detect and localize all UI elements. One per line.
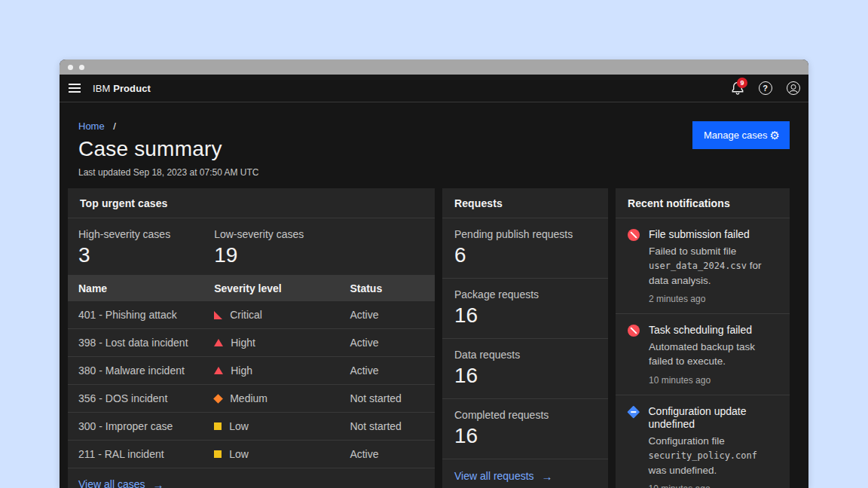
card-title-top-urgent-cases: Top urgent cases: [68, 188, 435, 218]
body-code: user_data_2024.csv: [649, 261, 747, 271]
case-status: Active: [339, 301, 435, 329]
notifications-button[interactable]: 9: [723, 75, 751, 102]
severity-label: Medium: [230, 392, 267, 404]
body-text: was undefined.: [649, 465, 717, 476]
stat-label: Pending publish requests: [454, 227, 596, 241]
case-status: Active: [339, 357, 435, 385]
notification-body: Automated backup task failed to execute.: [649, 340, 778, 369]
severity-label: Hight: [231, 337, 255, 349]
severity-label: Low: [229, 420, 249, 432]
stat-completed-requests: Completed requests 16: [442, 399, 608, 459]
stat-label: Data requests: [454, 348, 596, 361]
page-header: Home / Case summary Last updated Sep 18,…: [60, 102, 808, 188]
card-title-recent-notifications: Recent notifications: [616, 188, 790, 218]
notification-item: Configuration update undefined Configura…: [616, 395, 790, 488]
notification-badge: 9: [737, 78, 747, 88]
notification-time: 10 minutes ago: [649, 483, 778, 488]
col-header-name: Name: [68, 275, 203, 301]
table-row: 398 - Lost data incident Hight Active: [68, 329, 435, 357]
browser-window: IBM Product 9 ? Home / Case summary: [60, 59, 808, 488]
stat-value: 3: [78, 242, 193, 268]
misuse-icon: [628, 229, 640, 241]
body-text: Configuration file: [649, 435, 725, 447]
case-status: Not started: [339, 385, 435, 413]
card-title-requests: Requests: [442, 188, 608, 218]
link-label: View all cases: [78, 478, 145, 488]
stat-value: 16: [454, 423, 596, 449]
window-control-dot: [68, 65, 73, 70]
manage-cases-label: Manage cases: [704, 130, 768, 141]
stat-package-requests: Package requests 16: [442, 279, 608, 339]
col-header-status: Status: [339, 275, 435, 301]
stat-value: 16: [454, 303, 596, 328]
misuse-icon: [628, 325, 640, 337]
notification-body: Failed to submit file user_data_2024.csv…: [649, 244, 778, 288]
gear-icon: ⚙: [770, 130, 780, 141]
body-text: Automated backup task failed to execute.: [649, 341, 755, 367]
urgent-cases-stats: High-severity cases 3 Low-severity cases…: [68, 218, 435, 275]
table-row: 380 - Malware incident High Active: [68, 357, 435, 385]
table-row: 356 - DOS incident Medium Not started: [68, 385, 435, 413]
requests-footer: View all requests →: [442, 459, 608, 488]
window-control-dot: [79, 65, 84, 70]
stat-label: Completed requests: [454, 408, 596, 422]
top-urgent-cases-card: Top urgent cases High-severity cases 3 L…: [68, 188, 435, 488]
window-titlebar: [60, 59, 808, 75]
urgent-cases-table: Name Severity level Status 401 - Phishin…: [68, 275, 435, 468]
dashboard-grid: Top urgent cases High-severity cases 3 L…: [68, 188, 790, 488]
notification-content: Task scheduling failed Automated backup …: [649, 324, 778, 386]
body-text: Failed to submit file: [649, 246, 736, 257]
stat-data-requests: Data requests 16: [442, 339, 608, 399]
case-name: 401 - Phishing attack: [68, 301, 203, 329]
case-name: 398 - Lost data incident: [68, 329, 203, 357]
breadcrumb-separator: /: [113, 120, 116, 132]
severity-medium-icon: [213, 394, 223, 404]
link-label: View all requests: [454, 470, 534, 482]
notification-title: File submission failed: [649, 228, 778, 241]
severity-high-icon: [214, 339, 223, 346]
view-all-requests-link[interactable]: View all requests →: [454, 470, 553, 482]
notification-content: Configuration update undefined Configura…: [649, 405, 778, 488]
page-title: Case summary: [78, 136, 790, 163]
col-header-severity: Severity level: [203, 275, 339, 301]
notification-title: Configuration update undefined: [649, 405, 778, 431]
severity-label: High: [231, 364, 252, 377]
severity-low-icon: [214, 450, 222, 458]
middle-column: Requests Pending publish requests 6 Pack…: [442, 188, 608, 488]
help-button[interactable]: ?: [751, 75, 779, 102]
notification-item: File submission failed Failed to submit …: [616, 218, 790, 314]
account-button[interactable]: [779, 75, 807, 102]
stat-label: Low-severity cases: [214, 227, 329, 241]
menu-button[interactable]: [60, 75, 87, 102]
requests-card: Requests Pending publish requests 6 Pack…: [442, 188, 608, 488]
notification-time: 10 minutes ago: [649, 375, 778, 386]
stat-pending-publish-requests: Pending publish requests 6: [442, 218, 608, 279]
case-status: Active: [339, 329, 435, 357]
brand-prefix: IBM: [93, 83, 110, 94]
urgent-cases-footer: View all cases →: [68, 468, 435, 488]
notification-content: File submission failed Failed to submit …: [649, 228, 778, 304]
last-updated-text: Last updated Sep 18, 2023 at 07:50 AM UT…: [78, 166, 790, 178]
notification-item: Task scheduling failed Automated backup …: [616, 314, 790, 395]
case-name: 211 - RAL incident: [68, 441, 203, 468]
stat-high-severity: High-severity cases 3: [68, 227, 203, 268]
manage-cases-button[interactable]: Manage cases ⚙: [692, 121, 790, 149]
breadcrumb: Home /: [78, 120, 790, 133]
notification-title: Task scheduling failed: [649, 324, 778, 337]
stat-value: 6: [454, 242, 596, 268]
case-name: 380 - Malware incident: [68, 357, 203, 385]
help-icon: ?: [759, 81, 772, 95]
view-all-cases-link[interactable]: View all cases →: [78, 478, 164, 488]
notification-body: Configuration file security_policy.conf …: [649, 434, 778, 477]
case-status: Active: [339, 441, 435, 468]
table-row: 211 - RAL incident Low Active: [68, 441, 435, 468]
body-code: security_policy.conf: [649, 450, 758, 461]
stat-value: 19: [214, 242, 329, 268]
case-name: 300 - Improper case: [68, 413, 203, 441]
table-header-row: Name Severity level Status: [68, 275, 435, 301]
stat-value: 16: [454, 363, 596, 389]
user-avatar-icon: [787, 81, 800, 95]
table-row: 401 - Phishing attack Critical Active: [68, 301, 435, 329]
breadcrumb-home-link[interactable]: Home: [78, 120, 105, 132]
case-status: Not started: [339, 413, 435, 441]
